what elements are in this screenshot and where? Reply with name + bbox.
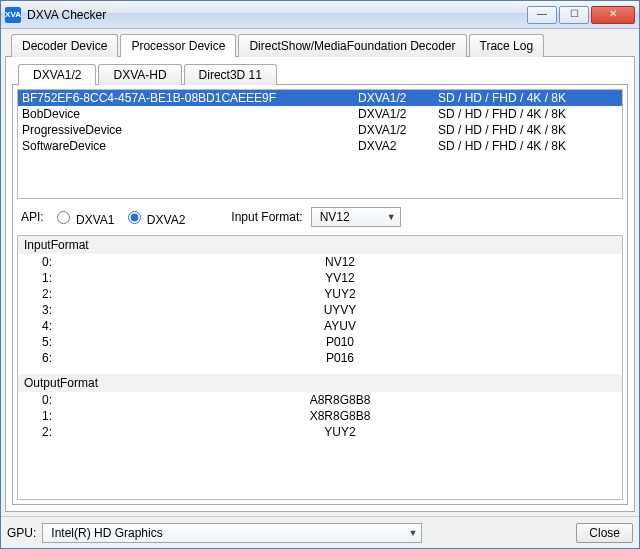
chevron-down-icon: ▼ xyxy=(387,212,396,222)
device-resolutions: SD / HD / FHD / 4K / 8K xyxy=(438,91,618,105)
input-format-value: NV12 xyxy=(320,210,350,224)
device-row[interactable]: BF752EF6-8CC4-457A-BE1B-08BD1CAEEE9F DXV… xyxy=(18,90,622,106)
api-radio-dxva2-input[interactable] xyxy=(128,211,141,224)
format-index: 5: xyxy=(18,335,58,349)
format-value: P016 xyxy=(58,351,622,365)
device-mode: DXVA2 xyxy=(358,139,438,153)
device-resolutions: SD / HD / FHD / 4K / 8K xyxy=(438,123,618,137)
maximize-button[interactable]: ☐ xyxy=(559,6,589,24)
sub-tab-strip: DXVA1/2 DXVA-HD Direct3D 11 xyxy=(12,64,628,85)
gpu-label: GPU: xyxy=(7,526,36,540)
format-value: X8R8G8B8 xyxy=(58,409,622,423)
format-value: YUY2 xyxy=(58,287,622,301)
format-row[interactable]: 2:YUY2 xyxy=(18,424,622,440)
api-radio-dxva2[interactable]: DXVA2 xyxy=(123,208,186,227)
format-row[interactable]: 1:YV12 xyxy=(18,270,622,286)
format-index: 3: xyxy=(18,303,58,317)
device-row[interactable]: ProgressiveDevice DXVA1/2 SD / HD / FHD … xyxy=(18,122,622,138)
subtab-dxvahd[interactable]: DXVA-HD xyxy=(98,64,181,85)
format-group-title: OutputFormat xyxy=(18,374,622,392)
format-panel[interactable]: InputFormat 0:NV12 1:YV12 2:YUY2 3:UYVY … xyxy=(17,235,623,500)
api-controls: API: DXVA1 DXVA2 Input Format: NV12 ▼ xyxy=(17,199,623,235)
main-tab-strip: Decoder Device Processor Device DirectSh… xyxy=(5,34,635,57)
format-index: 1: xyxy=(18,271,58,285)
format-row[interactable]: 3:UYVY xyxy=(18,302,622,318)
api-radio-dxva1[interactable]: DXVA1 xyxy=(52,208,115,227)
format-index: 1: xyxy=(18,409,58,423)
sub-tab-body: BF752EF6-8CC4-457A-BE1B-08BD1CAEEE9F DXV… xyxy=(12,84,628,505)
client-area: Decoder Device Processor Device DirectSh… xyxy=(1,29,639,516)
format-value: UYVY xyxy=(58,303,622,317)
format-row[interactable]: 2:YUY2 xyxy=(18,286,622,302)
input-format-label: Input Format: xyxy=(231,210,302,224)
api-radio-dxva1-input[interactable] xyxy=(57,211,70,224)
app-window: XVA DXVA Checker — ☐ ✕ Decoder Device Pr… xyxy=(0,0,640,549)
device-row[interactable]: SoftwareDevice DXVA2 SD / HD / FHD / 4K … xyxy=(18,138,622,154)
device-name: BobDevice xyxy=(22,107,358,121)
input-format-combo[interactable]: NV12 ▼ xyxy=(311,207,401,227)
device-mode: DXVA1/2 xyxy=(358,107,438,121)
subtab-d3d11[interactable]: Direct3D 11 xyxy=(184,64,277,85)
chevron-down-icon: ▼ xyxy=(408,528,417,538)
format-row[interactable]: 0:NV12 xyxy=(18,254,622,270)
format-row[interactable]: 6:P016 xyxy=(18,350,622,366)
tab-decoder-device[interactable]: Decoder Device xyxy=(11,34,118,57)
minimize-button[interactable]: — xyxy=(527,6,557,24)
app-icon: XVA xyxy=(5,7,21,23)
format-index: 2: xyxy=(18,425,58,439)
format-index: 6: xyxy=(18,351,58,365)
device-resolutions: SD / HD / FHD / 4K / 8K xyxy=(438,107,618,121)
format-index: 0: xyxy=(18,255,58,269)
footer-bar: GPU: Intel(R) HD Graphics ▼ Close xyxy=(1,516,639,548)
api-radio-dxva2-label: DXVA2 xyxy=(147,213,185,227)
api-label: API: xyxy=(21,210,44,224)
format-value: AYUV xyxy=(58,319,622,333)
format-value: YV12 xyxy=(58,271,622,285)
title-bar[interactable]: XVA DXVA Checker — ☐ ✕ xyxy=(1,1,639,29)
device-list[interactable]: BF752EF6-8CC4-457A-BE1B-08BD1CAEEE9F DXV… xyxy=(17,89,623,199)
device-name: SoftwareDevice xyxy=(22,139,358,153)
format-row[interactable]: 0:A8R8G8B8 xyxy=(18,392,622,408)
tab-trace-log[interactable]: Trace Log xyxy=(469,34,545,57)
format-index: 0: xyxy=(18,393,58,407)
tab-processor-device[interactable]: Processor Device xyxy=(120,34,236,57)
device-mode: DXVA1/2 xyxy=(358,91,438,105)
format-value: P010 xyxy=(58,335,622,349)
format-row[interactable]: 4:AYUV xyxy=(18,318,622,334)
format-row[interactable]: 1:X8R8G8B8 xyxy=(18,408,622,424)
device-name: BF752EF6-8CC4-457A-BE1B-08BD1CAEEE9F xyxy=(22,91,358,105)
format-value: NV12 xyxy=(58,255,622,269)
format-index: 2: xyxy=(18,287,58,301)
device-resolutions: SD / HD / FHD / 4K / 8K xyxy=(438,139,618,153)
window-title: DXVA Checker xyxy=(27,8,525,22)
device-name: ProgressiveDevice xyxy=(22,123,358,137)
close-button[interactable]: Close xyxy=(576,523,633,543)
format-group-title: InputFormat xyxy=(18,236,622,254)
tab-dshow-mf-decoder[interactable]: DirectShow/MediaFoundation Decoder xyxy=(238,34,466,57)
close-window-button[interactable]: ✕ xyxy=(591,6,635,24)
subtab-dxva12[interactable]: DXVA1/2 xyxy=(18,64,96,85)
format-value: YUY2 xyxy=(58,425,622,439)
gpu-value: Intel(R) HD Graphics xyxy=(51,526,162,540)
format-index: 4: xyxy=(18,319,58,333)
format-row[interactable]: 5:P010 xyxy=(18,334,622,350)
gpu-combo[interactable]: Intel(R) HD Graphics ▼ xyxy=(42,523,422,543)
api-radio-dxva1-label: DXVA1 xyxy=(76,213,114,227)
format-value: A8R8G8B8 xyxy=(58,393,622,407)
device-row[interactable]: BobDevice DXVA1/2 SD / HD / FHD / 4K / 8… xyxy=(18,106,622,122)
main-tab-body: DXVA1/2 DXVA-HD Direct3D 11 BF752EF6-8CC… xyxy=(5,56,635,512)
device-mode: DXVA1/2 xyxy=(358,123,438,137)
